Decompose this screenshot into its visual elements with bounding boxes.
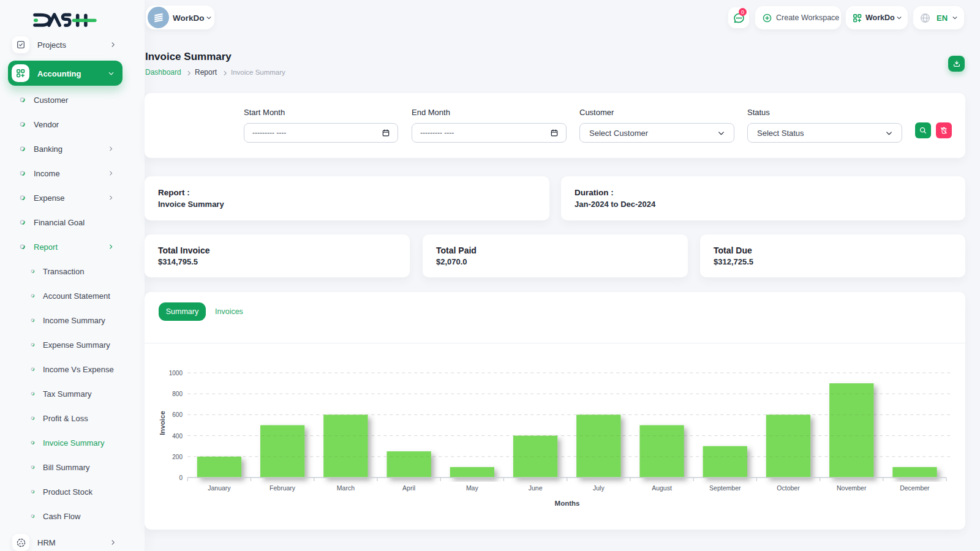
svg-text:May: May <box>466 484 479 492</box>
svg-text:600: 600 <box>172 411 183 418</box>
svg-text:1000: 1000 <box>169 370 183 377</box>
svg-text:Invoice: Invoice <box>159 411 166 435</box>
svg-text:April: April <box>402 484 415 492</box>
svg-text:August: August <box>652 484 672 492</box>
svg-text:200: 200 <box>172 454 183 460</box>
svg-text:400: 400 <box>172 433 183 440</box>
svg-text:September: September <box>709 484 741 492</box>
svg-text:July: July <box>593 484 605 492</box>
svg-text:Months: Months <box>555 500 580 507</box>
svg-text:November: November <box>837 484 867 492</box>
svg-text:February: February <box>270 484 296 492</box>
svg-text:January: January <box>208 484 231 492</box>
svg-text:December: December <box>900 484 930 492</box>
svg-text:March: March <box>337 484 355 492</box>
svg-text:0: 0 <box>179 474 183 481</box>
svg-text:June: June <box>529 484 543 492</box>
svg-text:October: October <box>777 484 800 492</box>
svg-text:800: 800 <box>172 391 183 397</box>
